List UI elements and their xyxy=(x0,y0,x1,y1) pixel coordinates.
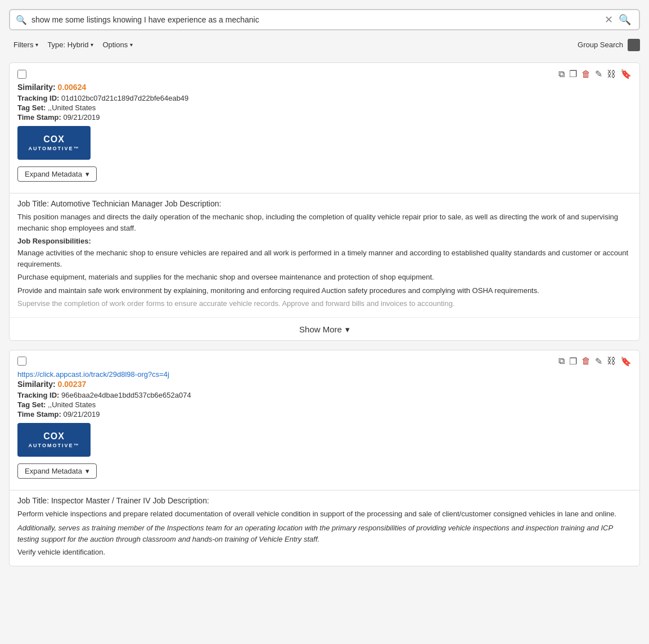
edit-icon-2[interactable]: ✎ xyxy=(595,356,602,367)
card-actions: ⧉ ❐ 🗑 ✎ ⛓ 🔖 xyxy=(558,69,632,79)
resp-item-2-1: Additionally, serves as training member … xyxy=(17,523,632,544)
type-filter-button[interactable]: Type: Hybrid ▾ xyxy=(43,38,98,51)
card-meta-2: https://click.appcast.io/track/29d8l98-o… xyxy=(10,370,639,484)
tag-set-row: Tag Set: ,,United States xyxy=(17,103,632,112)
card-meta: Similarity: 0.00624 Tracking ID: 01d102b… xyxy=(10,83,639,187)
tracking-id-row: Tracking ID: 01d102bc07d21c189d7d22bfe64… xyxy=(17,94,632,102)
tracking-id-row-2: Tracking ID: 96e6baa2e4dbae1bdd537cb6e65… xyxy=(17,391,632,399)
expand-metadata-button[interactable]: Expand Metadata ▾ xyxy=(17,166,97,182)
copy-icon-2[interactable]: ⧉ xyxy=(558,356,565,366)
responsibilities-label: Job Responsibilities: xyxy=(17,237,632,245)
bookmark-icon[interactable]: 🔖 xyxy=(620,69,632,79)
card-checkbox-2[interactable] xyxy=(17,357,26,366)
resp-item-4: Supervise the completion of work order f… xyxy=(17,298,632,309)
tag-set-value: ,,United States xyxy=(48,103,96,112)
expand-metadata-button-2[interactable]: Expand Metadata ▾ xyxy=(17,463,97,479)
card-content: Job Title: Automotive Technician Manager… xyxy=(10,199,639,317)
options-button[interactable]: Options ▾ xyxy=(98,38,137,51)
delete-icon[interactable]: 🗑 xyxy=(582,69,591,79)
expand-chevron-icon: ▾ xyxy=(85,170,89,178)
show-more-button[interactable]: Show More ▾ xyxy=(299,325,350,335)
group-search-toggle[interactable] xyxy=(628,39,640,51)
time-stamp-value-2: 09/21/2019 xyxy=(63,410,100,418)
job-title-line: Job Title: Automotive Technician Manager… xyxy=(17,199,632,208)
card-content-2: Job Title: Inspector Master / Trainer IV… xyxy=(10,496,639,566)
tracking-id-value-2: 96e6baa2e4dbae1bdd537cb6e652a074 xyxy=(61,391,191,399)
filter-bar: Filters ▾ Type: Hybrid ▾ Options ▾ Group… xyxy=(9,38,640,51)
card-actions-2: ⧉ ❐ 🗑 ✎ ⛓ 🔖 xyxy=(558,356,632,367)
link-icon[interactable]: ⛓ xyxy=(607,69,616,79)
delete-icon-2[interactable]: 🗑 xyxy=(582,356,591,366)
resp-item-3: Provide and maintain safe work environme… xyxy=(17,285,632,296)
similarity-label: Similarity: xyxy=(17,83,56,92)
tracking-id-label: Tracking ID: xyxy=(17,94,59,102)
resp-item-2: Purchase equipment, materials and suppli… xyxy=(17,272,632,283)
type-chevron-icon: ▾ xyxy=(91,42,93,48)
expand-chevron-icon-2: ▾ xyxy=(85,467,89,475)
url-row: https://click.appcast.io/track/29d8l98-o… xyxy=(17,370,632,379)
card-divider-2 xyxy=(10,490,639,490)
page-wrapper: 🔍 ✕ 🔍 Filters ▾ Type: Hybrid ▾ Options ▾… xyxy=(0,0,649,644)
search-button[interactable]: 🔍 xyxy=(616,13,633,26)
group-search-label: Group Search xyxy=(578,40,623,49)
similarity-value: 0.00624 xyxy=(58,83,87,92)
filters-chevron-icon: ▾ xyxy=(35,42,38,48)
similarity-label-2: Similarity: xyxy=(17,380,56,389)
copy-icon[interactable]: ⧉ xyxy=(558,69,565,79)
company-logo: COX AUTOMOTIVE™ xyxy=(17,126,91,160)
resp-item-1: Manage activities of the mechanic shop t… xyxy=(17,247,632,269)
result-card-2: ⧉ ❐ 🗑 ✎ ⛓ 🔖 https://click.appcast.io/tra… xyxy=(9,350,640,566)
search-bar: 🔍 ✕ 🔍 xyxy=(9,9,640,30)
time-stamp-row: Time Stamp: 09/21/2019 xyxy=(17,113,632,121)
group-search-wrap: Group Search xyxy=(578,39,640,51)
search-input[interactable] xyxy=(31,15,601,24)
similarity-row-2: Similarity: 0.00237 xyxy=(17,380,632,389)
job-description-2: Perform vehicle inspections and prepare … xyxy=(17,508,632,520)
card-header-2: ⧉ ❐ 🗑 ✎ ⛓ 🔖 xyxy=(10,350,639,370)
card-header: ⧉ ❐ 🗑 ✎ ⛓ 🔖 xyxy=(10,63,639,83)
resp-item-2-2: Verify vehicle identification. xyxy=(17,547,632,558)
card-divider xyxy=(10,193,639,193)
time-stamp-row-2: Time Stamp: 09/21/2019 xyxy=(17,410,632,418)
tag-set-label-2: Tag Set: xyxy=(17,400,46,409)
job-description: This position manages and directs the da… xyxy=(17,211,632,233)
card-checkbox[interactable] xyxy=(17,70,26,79)
duplicate-icon-2[interactable]: ❐ xyxy=(569,356,577,367)
time-stamp-value: 09/21/2019 xyxy=(63,113,100,121)
bookmark-icon-2[interactable]: 🔖 xyxy=(620,356,632,367)
options-chevron-icon: ▾ xyxy=(130,42,133,48)
company-logo-2: COX AUTOMOTIVE™ xyxy=(17,423,91,457)
similarity-row: Similarity: 0.00624 xyxy=(17,83,632,92)
search-icon: 🔍 xyxy=(16,15,27,25)
time-stamp-label: Time Stamp: xyxy=(17,113,61,121)
tag-set-row-2: Tag Set: ,,United States xyxy=(17,400,632,409)
link-icon-2[interactable]: ⛓ xyxy=(607,356,616,366)
show-more-chevron-icon: ▾ xyxy=(345,325,350,335)
tracking-id-value: 01d102bc07d21c189d7d22bfe64eab49 xyxy=(61,94,188,102)
show-more-wrap: Show More ▾ xyxy=(10,317,639,340)
time-stamp-label-2: Time Stamp: xyxy=(17,410,61,418)
edit-icon[interactable]: ✎ xyxy=(595,69,602,79)
tracking-id-label-2: Tracking ID: xyxy=(17,391,59,399)
result-card: ⧉ ❐ 🗑 ✎ ⛓ 🔖 Similarity: 0.00624 Tracking… xyxy=(9,62,640,341)
clear-button[interactable]: ✕ xyxy=(601,13,616,26)
similarity-value-2: 0.00237 xyxy=(58,380,87,389)
duplicate-icon[interactable]: ❐ xyxy=(569,69,577,79)
result-url[interactable]: https://click.appcast.io/track/29d8l98-o… xyxy=(17,370,169,379)
job-title-line-2: Job Title: Inspector Master / Trainer IV… xyxy=(17,496,632,505)
filters-button[interactable]: Filters ▾ xyxy=(9,38,43,51)
tag-set-value-2: ,,United States xyxy=(48,400,96,409)
tag-set-label: Tag Set: xyxy=(17,103,46,112)
